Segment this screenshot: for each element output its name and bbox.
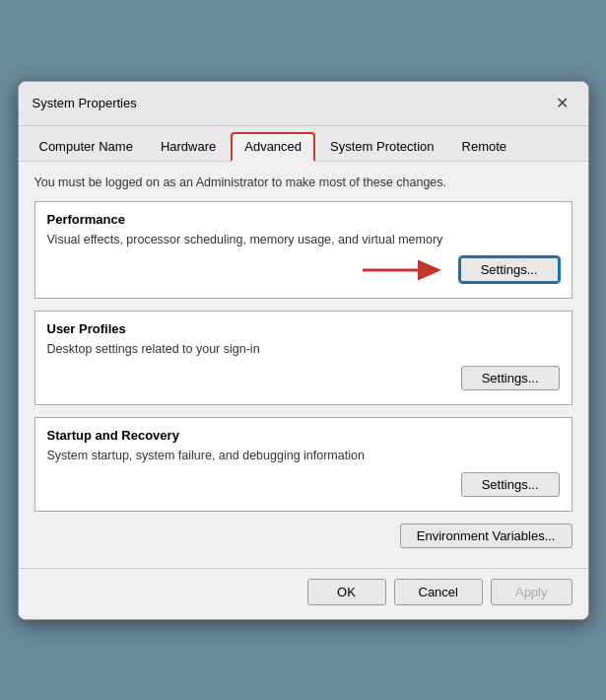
startup-recovery-description: System startup, system failure, and debu… [47,449,560,462]
tab-content: You must be logged on as an Administrato… [19,162,588,568]
user-profiles-footer: Settings... [47,366,560,390]
close-button[interactable]: ✕ [551,92,574,115]
tab-advanced[interactable]: Advanced [231,132,315,162]
performance-settings-row: Settings... [47,256,560,284]
tab-system-protection[interactable]: System Protection [317,132,447,161]
title-bar: System Properties ✕ [19,82,588,126]
tab-computer-name[interactable]: Computer Name [27,132,146,161]
tab-remote[interactable]: Remote [449,132,520,161]
system-properties-dialog: System Properties ✕ Computer Name Hardwa… [18,81,589,620]
user-profiles-section: User Profiles Desktop settings related t… [34,311,572,405]
performance-section: Performance Visual effects, processor sc… [34,201,572,299]
admin-note: You must be logged on as an Administrato… [34,175,572,189]
startup-recovery-section: Startup and Recovery System startup, sys… [34,417,572,512]
apply-button[interactable]: Apply [491,579,572,605]
user-profiles-settings-button[interactable]: Settings... [461,366,560,390]
performance-settings-button[interactable]: Settings... [459,256,560,283]
tab-bar: Computer Name Hardware Advanced System P… [19,126,588,162]
startup-recovery-settings-button[interactable]: Settings... [461,472,560,497]
tab-hardware[interactable]: Hardware [148,132,229,161]
dialog-title: System Properties [33,96,137,110]
user-profiles-description: Desktop settings related to your sign-in [47,342,560,356]
user-profiles-title: User Profiles [47,321,560,336]
dialog-footer: OK Cancel Apply [19,568,588,619]
cancel-button[interactable]: Cancel [394,579,483,605]
ok-button[interactable]: OK [307,579,386,605]
environment-variables-button[interactable]: Environment Variables... [400,524,572,548]
arrow-icon [359,256,447,284]
startup-recovery-footer: Settings... [47,472,560,497]
performance-description: Visual effects, processor scheduling, me… [47,233,560,246]
performance-title: Performance [47,212,560,227]
env-variables-row: Environment Variables... [34,524,572,548]
startup-recovery-title: Startup and Recovery [47,428,560,443]
